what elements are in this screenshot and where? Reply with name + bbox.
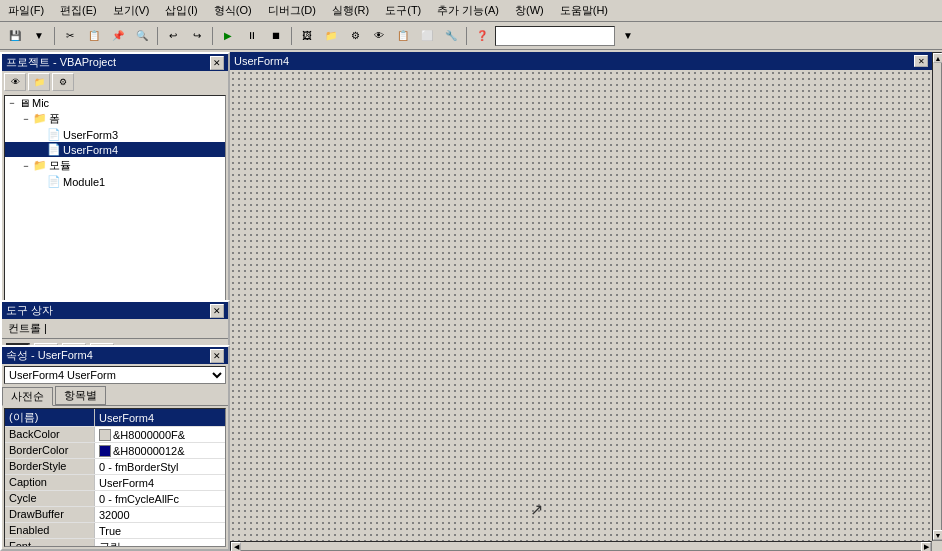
toolbar-props-btn[interactable]: ⚙ [344,25,366,47]
props-row-drawbuffer[interactable]: DrawBuffer 32000 [5,507,225,523]
project-title-bar: 프로젝트 - VBAProject ✕ [2,54,228,71]
toolbar-obj-btn[interactable]: 🔧 [440,25,462,47]
toolbar-copy-btn[interactable]: 📋 [83,25,105,47]
tree-item-modules[interactable]: − 📁 모듈 [5,157,225,174]
canvas-vscroll[interactable]: ▲ ▼ [932,52,942,541]
tree-item-forms[interactable]: − 📁 폼 [5,110,225,127]
menu-window[interactable]: 창(W) [511,2,548,19]
toolbar-find-btn[interactable]: 🔍 [131,25,153,47]
project-props-btn[interactable]: ⚙ [52,73,74,91]
toolbar-save-btn[interactable]: 💾 [4,25,26,47]
hscroll-left-btn[interactable]: ◀ [231,542,241,551]
project-close-btn[interactable]: ✕ [210,56,224,70]
doc-icon: 📄 [47,143,61,156]
vscroll-down-btn[interactable]: ▼ [933,530,942,540]
project-title: 프로젝트 - VBAProject [6,55,116,70]
props-value-enabled: True [95,523,225,538]
toolbar-btn-2[interactable]: ▼ [28,25,50,47]
expand-icon: − [7,98,17,108]
userform-title-text: UserForm4 [234,55,289,67]
toolbar-help-btn[interactable]: ❓ [471,25,493,47]
menu-addins[interactable]: 추가 기능(A) [433,2,503,19]
props-row-enabled[interactable]: Enabled True [5,523,225,539]
tree-item-label: 폼 [49,111,60,126]
project-tree[interactable]: − 🖥 Mic − 📁 폼 📄 UserForm3 📄 UserForm4 − … [4,95,226,326]
toolbar-watch-btn[interactable]: 👁 [368,25,390,47]
vscroll-up-btn[interactable]: ▲ [933,53,942,63]
props-tab-alphabetical[interactable]: 사전순 [2,387,53,406]
properties-title-bar: 속성 - UserForm4 ✕ [2,347,228,364]
properties-header: UserForm4 UserForm [2,364,228,386]
props-row-backcolor[interactable]: BackColor &H8000000F& [5,427,225,443]
toolbar-search-go[interactable]: ▼ [617,25,639,47]
properties-table: (이름) UserForm4 BackColor &H8000000F& Bor… [4,408,226,547]
bordercolor-swatch [99,445,111,457]
menu-view[interactable]: 보기(V) [109,2,154,19]
doc-icon: 📄 [47,175,61,188]
props-value-backcolor: &H8000000F& [95,427,225,442]
menu-file[interactable]: 파일(F) [4,2,48,19]
properties-panel: 속성 - UserForm4 ✕ UserForm4 UserForm 사전순 … [0,345,230,551]
userform-body[interactable]: ↗ [230,70,932,541]
properties-title: 속성 - UserForm4 [6,348,93,363]
userform-close-btn[interactable]: ✕ [914,55,928,67]
tree-item-form4[interactable]: 📄 UserForm4 [5,142,225,157]
props-value-caption: UserForm4 [95,475,225,490]
props-value-bordercolor: &H80000012& [95,443,225,458]
project-folder-btn[interactable]: 📁 [28,73,50,91]
tree-item-form3[interactable]: 📄 UserForm3 [5,127,225,142]
menu-help[interactable]: 도움말(H) [556,2,612,19]
tree-item-module1[interactable]: 📄 Module1 [5,174,225,189]
props-label-enabled: Enabled [5,523,95,538]
menu-debug[interactable]: 디버그(D) [264,2,320,19]
props-row-font[interactable]: Font 굴림 [5,539,225,547]
userform-title-bar: UserForm4 ✕ [230,52,932,70]
canvas-hscroll[interactable]: ◀ ▶ [230,541,932,551]
canvas-area: UserForm4 ✕ ↗ ▲ ▼ ◀ ▶ [230,52,942,551]
project-view-btn[interactable]: 👁 [4,73,26,91]
toolbar-undo-btn[interactable]: ↩ [162,25,184,47]
props-row-bordercolor[interactable]: BorderColor &H80000012& [5,443,225,459]
menu-bar: 파일(F) 편집(E) 보기(V) 삽입(I) 형식(O) 디버그(D) 실행(… [0,0,942,22]
props-row-name[interactable]: (이름) UserForm4 [5,409,225,427]
toolbar-sep-3 [212,27,213,45]
props-row-cycle[interactable]: Cycle 0 - fmCycleAllFc [5,491,225,507]
menu-format[interactable]: 형식(O) [210,2,256,19]
toolbar-cut-btn[interactable]: ✂ [59,25,81,47]
toolbox-controls-tab[interactable]: 컨트롤 | [2,319,228,339]
toolbar-run-btn[interactable]: ▶ [217,25,239,47]
toolbox-close-btn[interactable]: ✕ [210,304,224,318]
hscroll-right-btn[interactable]: ▶ [921,542,931,551]
toolbar-paste-btn[interactable]: 📌 [107,25,129,47]
toolbar-design-btn[interactable]: 🖼 [296,25,318,47]
folder-icon: 📁 [33,159,47,172]
props-row-caption[interactable]: Caption UserForm4 [5,475,225,491]
scroll-corner [932,541,942,551]
toolbar-locals-btn[interactable]: 📋 [392,25,414,47]
toolbar-search-input[interactable] [495,26,615,46]
menu-insert[interactable]: 삽입(I) [161,2,201,19]
menu-tools[interactable]: 도구(T) [381,2,425,19]
props-label-font: Font [5,539,95,547]
tree-item-root[interactable]: − 🖥 Mic [5,96,225,110]
menu-run[interactable]: 실행(R) [328,2,373,19]
menu-edit[interactable]: 편집(E) [56,2,101,19]
props-row-borderstyle[interactable]: BorderStyle 0 - fmBorderStyl [5,459,225,475]
toolbar-stop-btn[interactable]: ⏹ [265,25,287,47]
toolbar-immed-btn[interactable]: ⬜ [416,25,438,47]
toolbar-redo-btn[interactable]: ↪ [186,25,208,47]
tree-item-label: Mic [32,97,49,109]
props-label-backcolor: BackColor [5,427,95,442]
toolbox-title-bar: 도구 상자 ✕ [2,302,228,319]
props-label-name: (이름) [5,409,95,426]
props-label-caption: Caption [5,475,95,490]
tree-item-label: Module1 [63,176,105,188]
toolbar-project-btn[interactable]: 📁 [320,25,342,47]
folder-icon: 📁 [33,112,47,125]
properties-object-select[interactable]: UserForm4 UserForm [4,366,226,384]
toolbar-pause-btn[interactable]: ⏸ [241,25,263,47]
props-value-drawbuffer: 32000 [95,507,225,522]
properties-close-btn[interactable]: ✕ [210,349,224,363]
vscroll-track [933,63,941,530]
props-tab-categorical[interactable]: 항목별 [55,386,106,405]
